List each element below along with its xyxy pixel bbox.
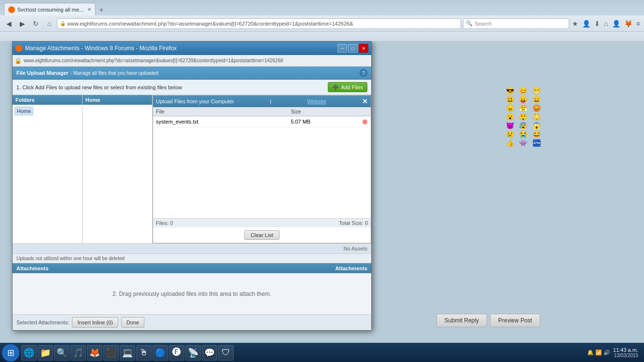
fum-help-button[interactable]: ? <box>360 69 367 77</box>
folders-panel: Folders Home <box>13 95 83 243</box>
modal-maximize-button[interactable]: □ <box>348 44 358 53</box>
attachments-body: 2. Drag previously uploaded files into t… <box>13 273 371 314</box>
modal-bottom-bar: Selected Attachments: Insert Inline (0) … <box>13 314 371 330</box>
emoji-8[interactable]: 😤 <box>517 104 529 112</box>
preview-post-button[interactable]: Preview Post <box>490 314 540 327</box>
tray-date: 13/03/2015 <box>613 353 638 358</box>
start-button[interactable]: ⊞ <box>2 344 19 362</box>
browser-background: Svchost consuming all me... ✕ + ◀ ▶ ↻ ⌂ … <box>0 0 644 362</box>
error-icon: ⊗ <box>362 118 368 125</box>
emoji-18[interactable]: 😂 <box>531 130 543 138</box>
emoji-21[interactable]: 🏧 <box>531 139 543 147</box>
emoji-12[interactable]: 😳 <box>531 113 543 121</box>
taskbar-ie[interactable]: 🌐 <box>21 345 37 361</box>
step1-bar: 1. Click Add Files to upload new files o… <box>13 80 371 95</box>
popup-website-link[interactable]: Website <box>307 98 326 104</box>
insert-inline-button[interactable]: Insert Inline (0) <box>72 317 118 328</box>
menu-icon[interactable]: ≡ <box>635 19 641 28</box>
emoji-11[interactable]: 😲 <box>517 113 529 121</box>
emoji-13[interactable]: 😈 <box>504 122 516 129</box>
file-name-cell: system_events.txt <box>153 116 288 127</box>
search-icon: 🔍 <box>466 20 473 27</box>
taskbar-explorer[interactable]: 📁 <box>38 345 53 361</box>
emoji-7[interactable]: 😠 <box>504 104 516 112</box>
taskbar-magnifier[interactable]: 🔍 <box>54 345 70 361</box>
clear-list-button[interactable]: Clear List <box>244 230 279 240</box>
done-button[interactable]: Done <box>121 317 144 328</box>
emoji-1[interactable]: 😎 <box>504 87 516 95</box>
modal-minimize-button[interactable]: ─ <box>337 44 347 53</box>
tab-label: Svchost consuming all me... <box>17 7 84 13</box>
submit-reply-button[interactable]: Submit Reply <box>436 314 487 327</box>
uploads-warning-text: Uploads not utilized within one hour wil… <box>16 256 125 261</box>
taskbar-media[interactable]: 🎵 <box>70 345 86 361</box>
active-tab[interactable]: Svchost consuming all me... ✕ <box>4 3 96 15</box>
taskbar-tray: 🔔 📶 🔊 11:43 a.m. 13/03/2015 <box>583 347 642 358</box>
refresh-button[interactable]: ↻ <box>30 18 42 29</box>
emoji-5[interactable]: 😛 <box>517 96 529 103</box>
foxhound-icon[interactable]: 🦊 <box>623 19 633 28</box>
modal-titlebar: Manage Attachments - Windows 8 Forums - … <box>13 42 371 55</box>
navigation-bar: ◀ ▶ ↻ ⌂ 🔒 www.eightforums.com/newattachm… <box>0 15 644 32</box>
folder-home-item[interactable]: Home <box>14 107 33 115</box>
emoji-3[interactable]: 😁 <box>531 87 543 95</box>
modal-close-button[interactable]: ✕ <box>359 44 368 53</box>
home-panel-content <box>83 105 152 243</box>
modal-lock-icon: 🔒 <box>14 57 22 64</box>
emoji-20[interactable]: 👾 <box>517 139 529 147</box>
bookmark-icon[interactable]: ★ <box>571 19 579 28</box>
emoji-4[interactable]: 😃 <box>504 96 516 103</box>
home-button[interactable]: ⌂ <box>43 18 55 29</box>
file-error-cell: ⊗ <box>359 116 371 127</box>
file-table: File Size system_events.txt 5.07 MB ⊗ <box>153 107 371 127</box>
emoji-15[interactable]: 😱 <box>531 122 543 129</box>
files-count: Files: 0 <box>156 220 173 226</box>
emoji-14[interactable]: 😰 <box>517 122 529 129</box>
main-content: 😎 😊 😁 😃 😛 😄 😠 😤 😡 😮 😲 😳 😈 😰 😱 😢 😭 😂 👍 👾 … <box>0 41 644 362</box>
taskbar-network[interactable]: 📡 <box>185 345 201 361</box>
account-icon[interactable]: 👤 <box>611 19 621 28</box>
address-bar[interactable]: 🔒 www.eightforums.com/newattachment.php?… <box>57 18 461 29</box>
sync-icon[interactable]: 👤 <box>581 19 591 28</box>
add-files-icon: ➕ <box>332 84 339 90</box>
search-box[interactable]: 🔍 Search <box>463 18 569 29</box>
popup-close-button[interactable]: ✕ <box>362 97 368 105</box>
attachments-section: Attachments Attachments 2. Drag previous… <box>13 263 371 314</box>
file-row: system_events.txt 5.07 MB ⊗ <box>153 116 371 127</box>
emoji-19[interactable]: 👍 <box>504 139 516 147</box>
tab-close-button[interactable]: ✕ <box>87 7 91 12</box>
size-col-header: Size <box>288 107 359 116</box>
forward-button[interactable]: ▶ <box>16 18 28 29</box>
taskbar-skype[interactable]: 💬 <box>202 345 217 361</box>
emoji-10[interactable]: 😮 <box>504 113 516 121</box>
new-tab-button[interactable]: + <box>96 4 107 15</box>
address-text: www.eightforums.com/newattachment.php?do… <box>67 21 458 27</box>
taskbar-terminal[interactable]: 💻 <box>120 345 135 361</box>
add-files-label: Add Files <box>341 84 363 90</box>
taskbar-firefox[interactable]: 🦊 <box>87 345 102 361</box>
add-files-button[interactable]: ➕ Add Files <box>328 82 367 92</box>
folders-content: Home <box>13 105 82 243</box>
emoji-6[interactable]: 😄 <box>531 96 543 103</box>
home-panel-header: Home <box>83 95 152 105</box>
download-icon[interactable]: ⬇ <box>593 19 601 28</box>
uploads-warning: Uploads not utilized within one hour wil… <box>13 253 371 263</box>
taskbar-cursor[interactable]: 🖱 <box>136 345 152 361</box>
file-size-cell: 5.07 MB <box>288 116 359 127</box>
popup-title-bar: Upload Files from your Computer | Websit… <box>153 96 371 107</box>
emoji-2[interactable]: 😊 <box>517 87 529 95</box>
panels-row: Folders Home Home Upload Files from y <box>13 95 371 244</box>
taskbar-font[interactable]: 🅕 <box>169 345 184 361</box>
file-list-area <box>153 127 371 218</box>
taskbar-cmd[interactable]: ⬛ <box>103 345 119 361</box>
back-button[interactable]: ◀ <box>3 18 14 29</box>
taskbar-items: 🌐 📁 🔍 🎵 🦊 ⬛ 💻 🖱 🔵 🅕 📡 💬 🛡 <box>21 345 583 361</box>
emoji-17[interactable]: 😭 <box>517 130 529 138</box>
tab-bar: Svchost consuming all me... ✕ + <box>0 0 644 15</box>
emoji-16[interactable]: 😢 <box>504 130 516 138</box>
taskbar-chrome[interactable]: 🔵 <box>153 345 168 361</box>
emoji-9[interactable]: 😡 <box>531 104 543 112</box>
taskbar-security[interactable]: 🛡 <box>218 345 234 361</box>
home-nav-icon[interactable]: ⌂ <box>603 19 609 28</box>
selected-attachments-label: Selected Attachments: <box>16 320 69 325</box>
